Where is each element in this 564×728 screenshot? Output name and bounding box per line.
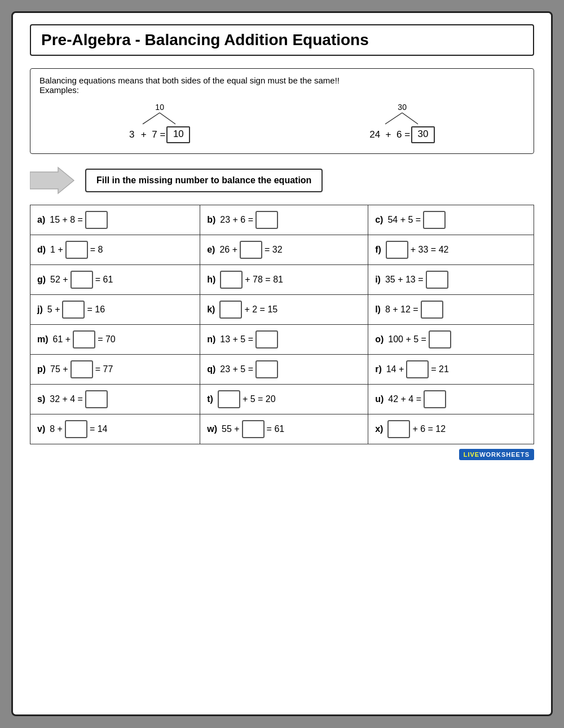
problem-rest-m: = 70 bbox=[98, 334, 116, 345]
problem-label-u: u) bbox=[375, 394, 384, 404]
instruction-row: Fill in the missing number to balance th… bbox=[30, 166, 534, 195]
problem-k: k) + 2 = 15 bbox=[207, 301, 361, 319]
problem-rest-h: + 78 = 81 bbox=[245, 275, 283, 285]
problem-label-q: q) bbox=[207, 364, 215, 374]
problem-text-b: 23 + 6 = bbox=[220, 215, 253, 225]
example-1: 10 3 + 7 = 10 bbox=[129, 103, 190, 143]
input-c[interactable] bbox=[423, 211, 446, 229]
input-t[interactable] bbox=[218, 390, 240, 408]
watermark: LIVEWORKSHEETS bbox=[30, 449, 534, 460]
problem-label-j: j) bbox=[37, 305, 43, 315]
problem-rest-r: = 21 bbox=[431, 364, 449, 374]
problem-label-l: l) bbox=[375, 305, 381, 315]
problem-cell-w: w) 55 + = 61 bbox=[200, 414, 368, 444]
problem-label-a: a) bbox=[37, 215, 45, 225]
problem-v: v) 8 + = 14 bbox=[37, 420, 193, 438]
problem-cell-o: o) 100 + 5 = bbox=[368, 325, 534, 355]
problem-rest-t: + 5 = 20 bbox=[243, 394, 276, 404]
input-p[interactable] bbox=[70, 360, 93, 378]
problem-label-i: i) bbox=[375, 275, 381, 285]
intro-box: Balancing equations means that both side… bbox=[30, 68, 534, 154]
svg-line-3 bbox=[402, 113, 418, 124]
problem-rest-x: + 6 = 12 bbox=[412, 424, 446, 434]
example-1-tree bbox=[137, 113, 182, 125]
problem-cell-h: h) + 78 = 81 bbox=[200, 265, 368, 295]
problem-cell-g: g) 52 + = 61 bbox=[30, 265, 200, 295]
problem-rest-p: = 77 bbox=[95, 364, 113, 374]
problem-cell-i: i) 35 + 13 = bbox=[368, 265, 534, 295]
problem-text-p: 75 + bbox=[50, 364, 68, 374]
input-e[interactable] bbox=[240, 241, 262, 259]
input-a[interactable] bbox=[85, 211, 108, 229]
problem-cell-n: n) 13 + 5 = bbox=[200, 325, 368, 355]
input-x[interactable] bbox=[387, 420, 410, 438]
input-v[interactable] bbox=[65, 420, 87, 438]
problem-t: t) + 5 = 20 bbox=[207, 390, 361, 408]
problem-label-m: m) bbox=[37, 334, 49, 345]
problem-label-x: x) bbox=[375, 424, 383, 434]
example-2-sum: 30 bbox=[398, 103, 407, 112]
problem-h: h) + 78 = 81 bbox=[207, 271, 361, 289]
problem-g: g) 52 + = 61 bbox=[37, 271, 193, 289]
problem-r: r) 14 + = 21 bbox=[375, 360, 527, 378]
problem-text-j: 5 + bbox=[47, 305, 60, 315]
problem-l: l) 8 + 12 = bbox=[375, 301, 527, 319]
input-w[interactable] bbox=[242, 420, 265, 438]
input-g[interactable] bbox=[70, 271, 93, 289]
svg-line-1 bbox=[160, 113, 175, 124]
input-r[interactable] bbox=[406, 360, 429, 378]
input-i[interactable] bbox=[426, 271, 448, 289]
problem-cell-l: l) 8 + 12 = bbox=[368, 295, 534, 325]
problem-a: a) 15 + 8 = bbox=[37, 211, 193, 229]
problem-cell-j: j) 5 + = 16 bbox=[30, 295, 200, 325]
problem-cell-a: a) 15 + 8 = bbox=[30, 205, 200, 235]
problem-label-v: v) bbox=[37, 424, 45, 434]
problem-text-a: 15 + 8 = bbox=[50, 215, 83, 225]
problem-label-e: e) bbox=[207, 245, 215, 255]
input-m[interactable] bbox=[73, 330, 95, 348]
problem-cell-r: r) 14 + = 21 bbox=[368, 355, 534, 385]
input-q[interactable] bbox=[255, 360, 278, 378]
problem-text-v: 8 + bbox=[50, 424, 63, 434]
input-j[interactable] bbox=[62, 301, 85, 319]
example-2-answer: 30 bbox=[411, 126, 435, 143]
problem-text-g: 52 + bbox=[50, 275, 68, 285]
input-u[interactable] bbox=[424, 390, 446, 408]
problem-text-u: 42 + 4 = bbox=[388, 394, 421, 404]
instruction-text: Fill in the missing number to balance th… bbox=[96, 175, 311, 185]
problems-table: a) 15 + 8 = b) 23 + 6 = c) 54 + 5 = d) 1… bbox=[30, 205, 534, 444]
input-h[interactable] bbox=[220, 271, 243, 289]
problem-text-s: 32 + 4 = bbox=[50, 394, 83, 404]
input-k[interactable] bbox=[219, 301, 242, 319]
problem-text-r: 14 + bbox=[386, 364, 404, 374]
input-d[interactable] bbox=[65, 241, 88, 259]
input-o[interactable] bbox=[429, 330, 451, 348]
problem-text-q: 23 + 5 = bbox=[220, 364, 253, 374]
problem-b: b) 23 + 6 = bbox=[207, 211, 361, 229]
input-l[interactable] bbox=[421, 301, 443, 319]
svg-marker-4 bbox=[30, 167, 74, 193]
arrow-icon bbox=[30, 166, 75, 195]
instruction-box: Fill in the missing number to balance th… bbox=[85, 169, 323, 192]
page: Pre-Algebra - Balancing Addition Equatio… bbox=[11, 11, 553, 716]
problem-text-i: 35 + 13 = bbox=[385, 275, 424, 285]
problem-text-n: 13 + 5 = bbox=[220, 334, 253, 345]
problem-w: w) 55 + = 61 bbox=[207, 420, 361, 438]
input-b[interactable] bbox=[255, 211, 278, 229]
example-2-equation: 24 + 6 = 30 bbox=[369, 126, 435, 143]
problem-u: u) 42 + 4 = bbox=[375, 390, 527, 408]
input-n[interactable] bbox=[255, 330, 278, 348]
problem-rest-g: = 61 bbox=[95, 275, 113, 285]
problem-cell-x: x) + 6 = 12 bbox=[368, 414, 534, 444]
problem-label-p: p) bbox=[37, 364, 46, 374]
problem-label-f: f) bbox=[375, 245, 381, 255]
input-f[interactable] bbox=[386, 241, 408, 259]
problem-cell-t: t) + 5 = 20 bbox=[200, 385, 368, 414]
problem-n: n) 13 + 5 = bbox=[207, 330, 361, 348]
title-box: Pre-Algebra - Balancing Addition Equatio… bbox=[30, 24, 534, 56]
input-s[interactable] bbox=[85, 390, 108, 408]
problem-label-d: d) bbox=[37, 245, 46, 255]
svg-line-2 bbox=[385, 113, 402, 124]
problem-rest-k: + 2 = 15 bbox=[244, 305, 277, 315]
problem-label-b: b) bbox=[207, 215, 215, 225]
